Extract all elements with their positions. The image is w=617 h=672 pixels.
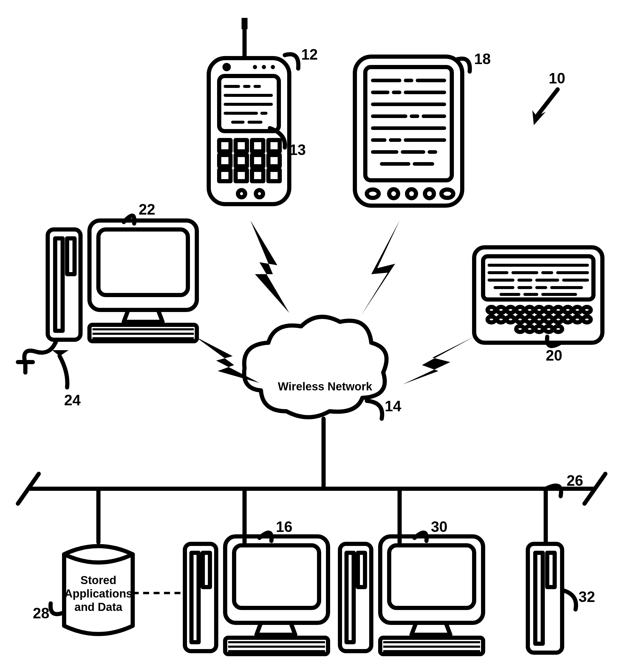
svg-point-53 — [407, 189, 416, 198]
svg-point-92 — [535, 307, 543, 313]
svg-marker-116 — [361, 221, 400, 316]
svg-rect-137 — [358, 553, 365, 587]
ref-cloud: 14 — [385, 398, 401, 414]
svg-point-98 — [487, 317, 495, 322]
svg-rect-144 — [528, 544, 562, 653]
svg-point-102 — [526, 317, 534, 322]
svg-point-87 — [487, 307, 495, 313]
svg-rect-146 — [547, 553, 555, 587]
svg-point-94 — [554, 307, 562, 313]
svg-point-99 — [497, 317, 505, 322]
ref-desktop-left: 22 — [139, 201, 155, 218]
mobile-phone-icon — [209, 18, 289, 204]
svg-rect-24 — [219, 170, 230, 181]
svg-point-89 — [507, 307, 515, 313]
ref-phone-screen: 13 — [289, 141, 306, 158]
system-ref-arrow: 10 — [532, 70, 565, 125]
network-diagram: 12 13 18 10 — [0, 0, 617, 672]
svg-rect-128 — [203, 553, 210, 587]
bolts — [195, 221, 474, 384]
svg-point-4 — [262, 65, 266, 69]
database-icon: Stored Applications and Data — [64, 546, 133, 634]
svg-point-52 — [389, 189, 398, 198]
ref-system: 10 — [549, 70, 565, 87]
svg-rect-127 — [191, 553, 199, 642]
db-text-3: and Data — [74, 601, 123, 613]
svg-point-113 — [554, 326, 562, 332]
svg-rect-21 — [236, 155, 247, 166]
svg-rect-1 — [241, 18, 247, 29]
svg-rect-58 — [55, 239, 63, 331]
svg-point-107 — [574, 317, 581, 322]
pda-icon — [355, 57, 462, 206]
svg-rect-22 — [252, 155, 263, 166]
svg-point-5 — [271, 65, 275, 69]
svg-point-112 — [545, 326, 553, 332]
ref-db: 28 — [33, 605, 49, 622]
ref-texter: 20 — [546, 347, 563, 364]
svg-rect-136 — [347, 553, 354, 642]
svg-point-93 — [545, 307, 553, 313]
db-text-2: Applications — [64, 587, 133, 600]
svg-rect-26 — [252, 170, 263, 181]
svg-point-54 — [425, 189, 434, 198]
svg-point-101 — [516, 317, 524, 322]
svg-point-95 — [564, 307, 572, 313]
svg-marker-117 — [403, 337, 474, 384]
svg-point-29 — [256, 190, 263, 197]
svg-point-111 — [535, 326, 543, 332]
svg-marker-115 — [250, 221, 289, 313]
server-right-icon — [340, 537, 483, 654]
svg-point-100 — [507, 317, 515, 322]
svg-rect-59 — [67, 239, 74, 274]
svg-marker-114 — [195, 337, 259, 383]
texter-icon — [474, 247, 602, 343]
svg-point-97 — [583, 307, 591, 313]
svg-rect-17 — [236, 140, 247, 151]
svg-rect-20 — [219, 155, 230, 166]
svg-point-90 — [516, 307, 524, 313]
cloud-icon: Wireless Network — [244, 317, 387, 417]
svg-point-104 — [545, 317, 553, 322]
svg-rect-139 — [389, 545, 474, 608]
svg-rect-145 — [535, 553, 543, 644]
ref-bus: 26 — [567, 472, 583, 489]
svg-point-55 — [441, 190, 453, 198]
svg-point-110 — [526, 326, 534, 332]
desktop-left-icon — [18, 221, 197, 372]
svg-point-96 — [574, 307, 581, 313]
svg-point-106 — [564, 317, 572, 322]
svg-point-88 — [497, 307, 505, 313]
svg-point-103 — [535, 317, 543, 322]
ref-cable: 24 — [64, 392, 81, 408]
svg-rect-18 — [252, 140, 263, 151]
svg-rect-25 — [236, 170, 247, 181]
svg-rect-16 — [219, 140, 230, 151]
cloud-label: Wireless Network — [278, 380, 373, 393]
ref-server-mid: 16 — [276, 519, 292, 535]
svg-point-105 — [554, 317, 562, 322]
svg-point-28 — [238, 190, 245, 197]
svg-point-109 — [516, 326, 524, 332]
svg-point-2 — [222, 63, 231, 71]
svg-point-108 — [583, 317, 591, 322]
svg-point-91 — [526, 307, 534, 313]
ref-pda: 18 — [474, 51, 491, 67]
tower-right-icon — [528, 544, 562, 653]
server-mid-icon — [185, 537, 328, 654]
svg-point-3 — [253, 65, 257, 69]
svg-point-51 — [367, 190, 379, 198]
svg-rect-130 — [234, 545, 319, 608]
svg-rect-69 — [474, 247, 602, 343]
db-text-1: Stored — [80, 574, 116, 587]
svg-rect-19 — [268, 140, 280, 151]
svg-rect-61 — [98, 230, 188, 295]
svg-rect-23 — [268, 155, 280, 166]
svg-rect-27 — [268, 170, 280, 181]
ref-server-right: 30 — [431, 519, 448, 535]
ref-phone: 12 — [301, 46, 318, 63]
svg-rect-70 — [483, 256, 593, 300]
ref-tower-right: 32 — [579, 589, 595, 605]
